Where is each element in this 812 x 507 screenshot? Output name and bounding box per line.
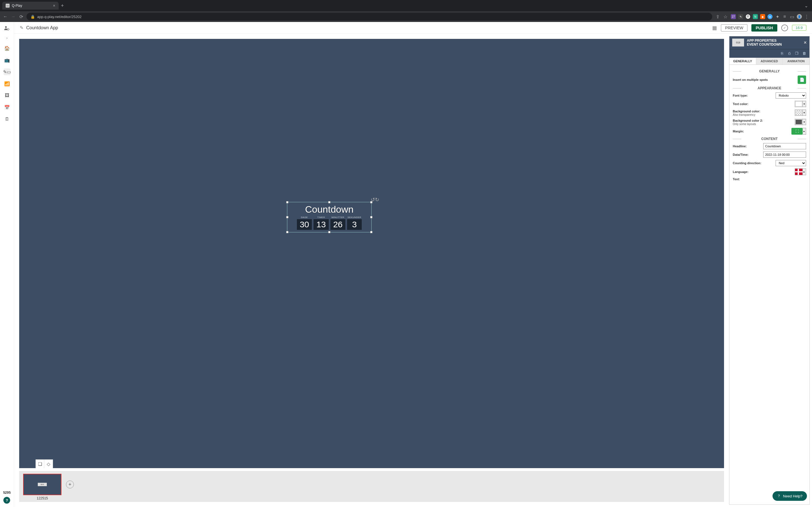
tab-animation[interactable]: ANIMATION <box>783 58 809 64</box>
section-content: CONTENT <box>733 137 806 141</box>
bg-color-picker[interactable]: ▾ <box>795 110 806 116</box>
properties-icon-bar: ⎘ ⎙ ❐ 🗑 <box>729 49 809 58</box>
resize-handle[interactable] <box>328 201 331 203</box>
font-type-select[interactable]: Roboto <box>776 93 806 99</box>
browser-menu-icon[interactable]: ⋮ <box>804 14 809 19</box>
direction-select[interactable]: Ned <box>776 160 806 166</box>
rail-image-icon[interactable]: 🖼 <box>4 92 10 99</box>
label-headline: Headline: <box>733 145 747 148</box>
rail-expand-icon[interactable]: > <box>6 37 8 40</box>
slide-id-label: 122515 <box>23 496 61 500</box>
label-datetime: Data/Time: <box>733 153 749 156</box>
erase-tool-icon[interactable]: ◇ <box>44 460 53 468</box>
publish-button[interactable]: PUBLISH <box>751 24 777 32</box>
resize-handle[interactable] <box>328 231 331 233</box>
workspace: ↺↻ Countdown DAGE 30 <box>14 34 812 507</box>
window-dropdown-icon[interactable]: ⌄ <box>803 3 810 8</box>
extension-icon[interactable]: f? <box>746 14 751 19</box>
main-area: ✎ Countdown App ▦ PREVIEW PUBLISH ✓ 16:9… <box>14 22 812 507</box>
extension-icon[interactable]: ✎ <box>738 14 743 19</box>
extension-icon[interactable]: ● <box>767 14 772 19</box>
properties-panel: 019 APP PROPERTIES EVENT COUNTDOWN × ⎘ ⎙… <box>729 36 810 505</box>
rail-calendar-icon[interactable]: 🗓 <box>4 116 10 122</box>
resize-handle[interactable] <box>286 201 289 203</box>
headline-input[interactable] <box>763 143 806 149</box>
extension-icon[interactable]: N <box>753 14 758 19</box>
resize-handle[interactable] <box>286 216 289 218</box>
browser-tab[interactable]: ▭ Q-Play × <box>2 2 59 10</box>
label-bg1-sub: Also transparency <box>733 113 760 116</box>
tab-favicon: ▭ <box>6 4 10 8</box>
resize-handle[interactable] <box>370 216 372 218</box>
countdown-widget-selection[interactable]: ↺↻ Countdown DAGE 30 <box>287 202 371 232</box>
properties-body: GENERALLY Insert on multiple spots 📄 APP… <box>729 65 809 504</box>
copy-icon[interactable]: ⎘ <box>779 50 785 57</box>
paste-icon[interactable]: ⎙ <box>786 50 793 57</box>
extension-icon[interactable]: 27 <box>731 14 736 19</box>
text-color-picker[interactable]: ▾ <box>795 101 806 107</box>
label-bg1: Background color: <box>733 110 760 113</box>
countdown-headline: Countdown <box>287 202 371 215</box>
properties-close-icon[interactable]: × <box>804 40 807 46</box>
tab-generally[interactable]: GENERALLY <box>729 58 756 64</box>
language-picker[interactable]: ▸ <box>795 168 806 175</box>
extensions-icon[interactable]: ✦ <box>775 14 780 19</box>
properties-header: 019 APP PROPERTIES EVENT COUNTDOWN × <box>729 36 809 49</box>
bg-color-2-picker[interactable]: ▾ <box>795 119 806 125</box>
canvas[interactable]: ↺↻ Countdown DAGE 30 <box>19 39 724 468</box>
preview-button[interactable]: PREVIEW <box>721 24 748 32</box>
rail-counter: 5295 <box>3 491 11 495</box>
rail-help-icon[interactable]: ? <box>3 497 10 504</box>
edit-title-icon[interactable]: ✎ <box>20 25 23 31</box>
app-type-icon: 019 <box>732 39 744 47</box>
nav-forward-icon[interactable]: → <box>11 14 16 19</box>
rail-user-settings-icon[interactable] <box>4 25 10 32</box>
margin-expand-icon[interactable]: ▸ <box>803 128 806 135</box>
share-icon[interactable]: ⇪ <box>715 14 720 19</box>
datetime-input[interactable] <box>763 152 806 158</box>
extension-icon[interactable]: ◆ <box>760 14 765 19</box>
duplicate-tool-icon[interactable]: ❏ <box>36 460 44 468</box>
countdown-unit-seconds: SEKUNDER 3 <box>347 216 362 230</box>
label-margin: Margin: <box>733 129 744 133</box>
margin-button[interactable]: ⛶ <box>792 128 803 135</box>
profile-avatar-icon[interactable]: 👤 <box>797 14 802 19</box>
nav-back-icon[interactable]: ← <box>3 14 8 19</box>
properties-tabs: GENERALLY ADVANCED ANIMATION <box>729 58 809 65</box>
label-language: Language: <box>733 170 749 173</box>
need-help-button[interactable]: ？ Need Help? <box>772 491 807 501</box>
resize-handle[interactable] <box>286 231 289 233</box>
status-check-icon[interactable]: ✓ <box>781 24 788 31</box>
resize-handle[interactable] <box>370 201 372 203</box>
tab-title: Q-Play <box>12 4 22 8</box>
document-title-group: ✎ Countdown App <box>20 25 58 31</box>
grid-toggle-icon[interactable]: ▦ <box>712 25 717 31</box>
new-tab-button[interactable]: + <box>61 3 64 9</box>
svg-point-1 <box>7 29 9 30</box>
side-panel-icon[interactable]: ▭ <box>790 14 795 19</box>
bookmark-icon[interactable]: ☆ <box>723 14 728 19</box>
resize-handle[interactable] <box>370 231 372 233</box>
reading-list-icon[interactable]: ≡ <box>782 14 787 19</box>
url-field[interactable]: 🔒 app.q-play.net/editor/25202 <box>27 13 712 20</box>
label-bg2-sub: Only some layouts <box>733 122 763 126</box>
tab-advanced[interactable]: ADVANCED <box>756 58 783 64</box>
section-generally: GENERALLY <box>733 69 806 73</box>
rail-schedule-icon[interactable]: 📅 <box>4 104 10 111</box>
aspect-ratio-badge[interactable]: 16:9 <box>792 25 806 31</box>
duplicate-icon[interactable]: ❐ <box>794 50 800 57</box>
slide-thumbnail[interactable]: 00:0 122515 <box>23 474 61 500</box>
add-slide-button[interactable]: + <box>66 481 74 489</box>
insert-multi-button[interactable]: 📄 <box>798 75 806 84</box>
lock-icon: 🔒 <box>31 15 35 19</box>
document-title[interactable]: Countdown App <box>26 25 58 31</box>
browser-chrome: ▭ Q-Play × + ⌄ ← → ⟳ 🔒 app.q-play.net/ed… <box>0 0 812 22</box>
nav-reload-icon[interactable]: ⟳ <box>18 14 24 19</box>
delete-icon[interactable]: 🗑 <box>801 50 807 57</box>
rail-cast-icon[interactable]: 📶 <box>4 80 10 87</box>
rail-media-icon[interactable]: 📺 <box>4 57 10 63</box>
tab-close-icon[interactable]: × <box>53 3 55 8</box>
rail-editor-icon[interactable]: ✎▭ <box>4 68 10 75</box>
rail-home-icon[interactable]: 🏠 <box>4 45 10 52</box>
label-font-type: Font type: <box>733 94 748 97</box>
